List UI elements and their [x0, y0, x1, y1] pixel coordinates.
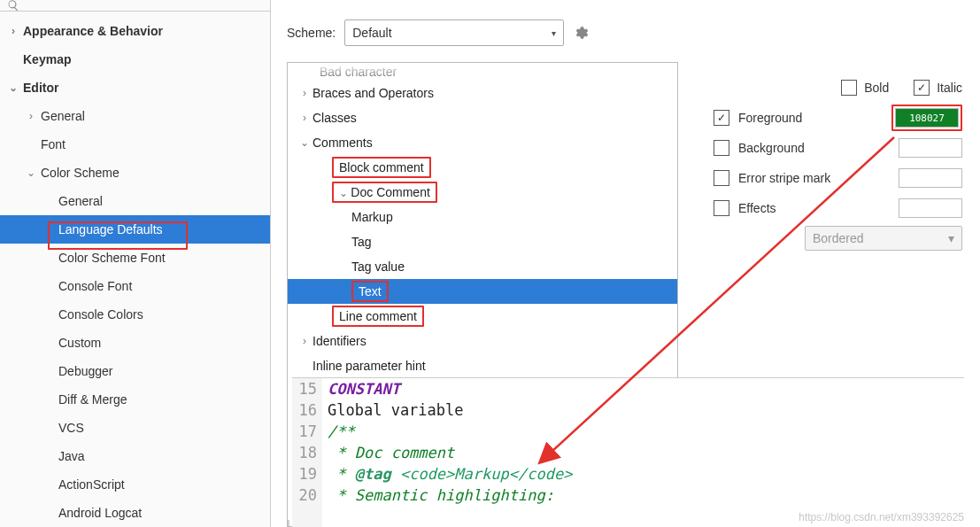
sidebar-item-label: Color Scheme Font — [58, 251, 166, 265]
sidebar-item-appearance-behavior[interactable]: ›Appearance & Behavior — [0, 17, 270, 45]
tree-arrow-icon: ⌄ — [7, 81, 19, 94]
italic-label: Italic — [937, 81, 962, 95]
category-cutoff: Bad character — [288, 63, 677, 81]
sidebar-item-label: Android Logcat — [58, 506, 142, 520]
code-line: /** — [328, 421, 964, 442]
code-line: * Doc comment — [328, 442, 964, 463]
sidebar-item-label: Console Colors — [58, 307, 143, 322]
tree-arrow-icon: ⌄ — [298, 136, 311, 149]
sidebar-item-diff-merge[interactable]: Diff & Merge — [0, 385, 270, 414]
italic-checkbox[interactable]: ✓ — [914, 80, 930, 96]
category-doc-comment[interactable]: ⌄ Doc Comment — [288, 180, 677, 205]
code-preview: 151617181920 CONSTANTGlobal variable/** … — [292, 377, 964, 527]
category-tag[interactable]: Tag — [288, 229, 677, 254]
line-number: 19 — [292, 463, 317, 484]
category-identifiers[interactable]: ›Identifiers — [288, 329, 677, 353]
category-tag-value[interactable]: Tag value — [288, 254, 677, 279]
sidebar-item-java[interactable]: Java — [0, 442, 270, 470]
effects-swatch[interactable] — [899, 198, 962, 218]
sidebar-item-console-font[interactable]: Console Font — [0, 272, 270, 300]
tree-arrow-icon: › — [7, 25, 19, 37]
category-label: ⌄ Doc Comment — [332, 182, 437, 203]
effects-checkbox[interactable] — [714, 200, 729, 216]
effects-label: Effects — [738, 201, 776, 215]
sidebar-item-label: Custom — [58, 336, 101, 350]
code-line: * Semantic highlighting: — [328, 484, 964, 506]
background-checkbox[interactable] — [714, 140, 729, 156]
sidebar-item-font[interactable]: Font — [0, 130, 270, 159]
sidebar-item-label: Font — [41, 137, 66, 151]
line-number: 15 — [292, 378, 317, 399]
sidebar-item-general[interactable]: General — [0, 187, 270, 215]
effects-type-select[interactable]: Bordered ▾ — [805, 226, 962, 251]
sidebar-item-language-defaults[interactable]: Language Defaults — [0, 215, 270, 244]
sidebar-item-keymap[interactable]: Keymap — [0, 45, 270, 74]
chevron-down-icon: ▾ — [552, 28, 556, 38]
tree-arrow-icon: › — [298, 112, 311, 124]
sidebar-item-console-colors[interactable]: Console Colors — [0, 300, 270, 329]
category-label: Tag value — [351, 260, 405, 274]
foreground-checkbox[interactable]: ✓ — [714, 110, 729, 126]
category-label: Identifiers — [313, 334, 367, 348]
sidebar-item-label: Editor — [23, 81, 58, 95]
sidebar-item-debugger[interactable]: Debugger — [0, 357, 270, 385]
sidebar-item-color-scheme-font[interactable]: Color Scheme Font — [0, 244, 270, 272]
bold-label: Bold — [864, 81, 889, 95]
effects-type-value: Bordered — [813, 231, 864, 245]
background-swatch[interactable] — [899, 138, 962, 158]
category-label: Comments — [313, 136, 373, 150]
category-label: Text — [351, 281, 389, 302]
code-line: CONSTANT — [328, 378, 964, 399]
category-label: Markup — [351, 210, 393, 224]
sidebar-item-label: VCS — [58, 421, 84, 435]
settings-sidebar: ›Appearance & BehaviorKeymap⌄Editor›Gene… — [0, 0, 271, 527]
category-line-comment[interactable]: Line comment — [288, 304, 677, 329]
background-label: Background — [738, 141, 805, 155]
category-label: Braces and Operators — [313, 86, 434, 100]
category-label: Inline parameter hint — [313, 359, 426, 373]
scheme-select[interactable]: Default ▾ — [344, 19, 564, 46]
errorstripe-swatch[interactable] — [899, 168, 962, 188]
sidebar-item-general[interactable]: ›General — [0, 102, 270, 130]
category-markup[interactable]: Markup — [288, 205, 677, 229]
category-braces-and-operators[interactable]: ›Braces and Operators — [288, 81, 677, 105]
sidebar-item-label: General — [58, 194, 103, 208]
category-text[interactable]: Text — [288, 279, 677, 304]
chevron-down-icon: ▾ — [948, 231, 954, 245]
sidebar-item-color-scheme[interactable]: ⌄Color Scheme — [0, 159, 270, 187]
gutter: 151617181920 — [292, 378, 322, 527]
sidebar-item-label: Console Font — [58, 279, 132, 293]
sidebar-item-label: ActionScript — [58, 477, 125, 492]
sidebar-item-label: Appearance & Behavior — [23, 24, 163, 38]
gear-icon[interactable] — [573, 25, 589, 41]
category-comments[interactable]: ⌄Comments — [288, 130, 677, 155]
sidebar-search[interactable] — [0, 0, 270, 12]
sidebar-item-label: Diff & Merge — [58, 392, 127, 407]
bold-checkbox[interactable] — [841, 80, 857, 96]
sidebar-item-label: General — [41, 109, 85, 123]
category-classes[interactable]: ›Classes — [288, 105, 677, 130]
sidebar-item-actionscript[interactable]: ActionScript — [0, 470, 270, 499]
sidebar-item-custom[interactable]: Custom — [0, 329, 270, 357]
scheme-value: Default — [352, 26, 391, 40]
tree-arrow-icon: ⌄ — [25, 167, 37, 179]
sidebar-item-label: Java — [58, 449, 85, 463]
scheme-label: Scheme: — [287, 26, 336, 40]
category-inline-parameter-hint[interactable]: Inline parameter hint — [288, 353, 677, 378]
category-block-comment[interactable]: Block comment — [288, 155, 677, 180]
sidebar-item-label: Language Defaults — [58, 222, 163, 236]
category-label: Line comment — [332, 306, 424, 327]
line-number: 16 — [292, 399, 317, 421]
sidebar-item-label: Debugger — [58, 364, 113, 378]
sidebar-item-editor[interactable]: ⌄Editor — [0, 74, 270, 102]
sidebar-item-vcs[interactable]: VCS — [0, 414, 270, 442]
code-area: CONSTANTGlobal variable/** * Doc comment… — [328, 378, 964, 527]
sidebar-item-android-logcat[interactable]: Android Logcat — [0, 499, 270, 527]
foreground-swatch[interactable]: 108027 — [895, 108, 959, 128]
errorstripe-checkbox[interactable] — [714, 170, 729, 186]
code-line: * @tag <code>Markup</code> — [328, 463, 964, 484]
sidebar-item-label: Color Scheme — [41, 166, 120, 180]
watermark: https://blog.csdn.net/xm393392625 — [799, 511, 964, 523]
category-label: Block comment — [332, 157, 431, 178]
sidebar-item-label: Keymap — [23, 52, 71, 66]
